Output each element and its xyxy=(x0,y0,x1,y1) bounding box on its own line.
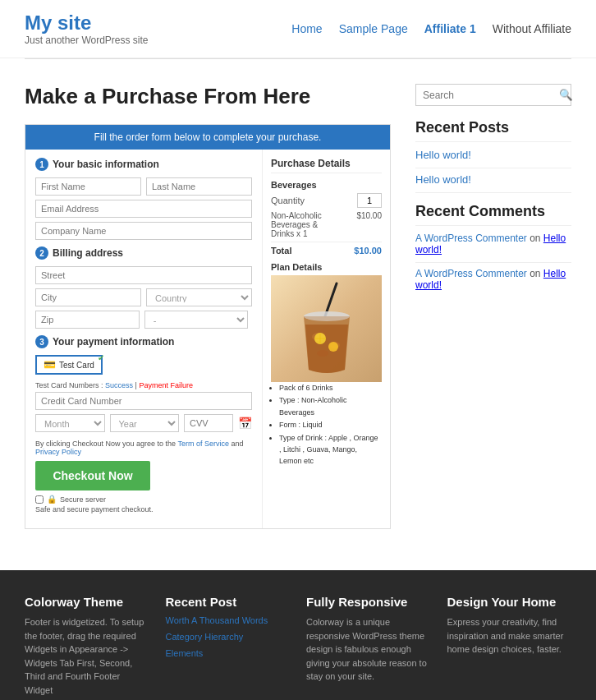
month-select[interactable]: Month xyxy=(35,414,105,432)
total-label: Total xyxy=(271,246,291,256)
checkout-body: 1 Your basic information xyxy=(25,150,390,528)
drink-image xyxy=(271,275,382,382)
footer-link-1[interactable]: Worth A Thousand Words xyxy=(166,615,291,625)
footer-link-2[interactable]: Category Hierarchy xyxy=(166,632,291,642)
footer-col-4: Design Your Home Express your creativity… xyxy=(447,595,572,697)
plan-list-item: Pack of 6 Drinks xyxy=(279,382,382,394)
terms-prefix: By clicking Checkout Now you agree to th… xyxy=(35,440,176,448)
search-input[interactable] xyxy=(416,85,552,105)
header: My site Just another WordPress site Home… xyxy=(0,0,596,58)
email-row xyxy=(35,200,252,218)
cc-number-input[interactable] xyxy=(35,392,252,410)
section2-num: 2 xyxy=(35,246,48,260)
first-name-input[interactable] xyxy=(35,177,141,196)
checkout-now-button[interactable]: Checkout Now xyxy=(35,461,150,490)
email-input[interactable] xyxy=(35,200,252,218)
site-tagline: Just another WordPress site xyxy=(25,35,149,46)
privacy-link[interactable]: Privacy Policy xyxy=(35,448,81,456)
terms-link[interactable]: Term of Service xyxy=(177,440,229,448)
check-icon: ✔ xyxy=(98,353,104,362)
beverage-label: Beverages xyxy=(271,180,382,190)
terms-and: and xyxy=(231,440,243,448)
footer-col2-title: Recent Post xyxy=(166,595,291,609)
divider-3 xyxy=(415,262,571,263)
failure-link[interactable]: Payment Failure xyxy=(139,381,193,389)
footer-col3-title: Fully Responsive xyxy=(306,595,431,609)
plan-list-item: Type of Drink : Apple , Orange , Litchi … xyxy=(279,432,382,467)
footer: Colorway Theme Footer is widgetized. To … xyxy=(0,570,596,700)
footer-col-2: Recent Post Worth A Thousand Words Categ… xyxy=(166,595,291,697)
terms-text: By clicking Checkout Now you agree to th… xyxy=(35,440,252,456)
cc-row xyxy=(35,392,252,410)
test-card-label: Test Card Numbers : xyxy=(35,381,103,389)
comment-text-1: on xyxy=(530,233,543,244)
comment-2: A WordPress Commenter on Hello world! xyxy=(415,268,571,291)
footer-col-3: Fully Responsive Colorway is a unique re… xyxy=(306,595,431,697)
city-country-row: Country xyxy=(35,288,252,306)
total-row: Total $10.00 xyxy=(271,242,382,256)
qty-input[interactable] xyxy=(357,193,382,208)
payment-section: 💳 Test Card ✔ Test Card Numbers : Succes… xyxy=(35,355,252,432)
last-name-input[interactable] xyxy=(146,177,252,196)
nav-sample-page[interactable]: Sample Page xyxy=(339,22,408,35)
recent-post-2[interactable]: Hello world! xyxy=(415,173,571,186)
section3-title: Your payment information xyxy=(53,336,174,348)
footer-grid: Colorway Theme Footer is widgetized. To … xyxy=(25,595,571,697)
commenter-1: A WordPress Commenter xyxy=(415,233,527,244)
test-card-button[interactable]: 💳 Test Card ✔ xyxy=(35,355,103,375)
street-input[interactable] xyxy=(35,266,252,284)
divider-1 xyxy=(415,168,571,168)
state-select[interactable]: - xyxy=(144,311,249,329)
site-title: My site xyxy=(25,12,149,35)
item-price: $10.00 xyxy=(356,211,382,238)
safe-text: Safe and secure payment checkout. xyxy=(35,505,252,513)
item-row: Non-Alcoholic Beverages & Drinks x 1 $10… xyxy=(271,211,382,238)
checkout-header-bar: Fill the order form below to complete yo… xyxy=(25,125,390,150)
footer-col1-text: Footer is widgetized. To setup the foote… xyxy=(25,615,149,697)
recent-comments-title: Recent Comments xyxy=(415,203,571,226)
details-section: Purchase Details Beverages Quantity Non-… xyxy=(263,150,390,528)
success-link[interactable]: Success xyxy=(105,381,133,389)
checkout-box: Fill the order form below to complete yo… xyxy=(25,124,391,529)
svg-point-7 xyxy=(328,342,338,352)
recent-posts-title: Recent Posts xyxy=(415,119,571,142)
year-select[interactable]: Year xyxy=(110,414,180,432)
nav-affiliate1[interactable]: Affiliate 1 xyxy=(424,22,476,35)
country-select[interactable]: Country xyxy=(146,288,252,306)
test-card-info: Test Card Numbers : Success | Payment Fa… xyxy=(35,381,252,389)
cvv-input[interactable] xyxy=(184,414,233,432)
secure-checkbox[interactable] xyxy=(35,495,44,504)
recent-post-1[interactable]: Hello world! xyxy=(415,149,571,161)
commenter-2: A WordPress Commenter xyxy=(415,268,527,279)
calendar-icon: 📅 xyxy=(238,414,252,432)
city-input[interactable] xyxy=(35,288,141,306)
site-branding: My site Just another WordPress site xyxy=(25,12,149,46)
main-container: Make a Purchase From Here Fill the order… xyxy=(0,59,596,554)
svg-line-0 xyxy=(325,283,337,316)
form-section: 1 Your basic information xyxy=(25,150,263,528)
footer-col1-title: Colorway Theme xyxy=(25,595,149,609)
content-area: Make a Purchase From Here Fill the order… xyxy=(25,84,391,529)
secure-server-text: Secure server xyxy=(60,495,106,504)
purchase-details-title: Purchase Details xyxy=(271,158,382,173)
nav-home[interactable]: Home xyxy=(291,22,322,35)
footer-col4-title: Design Your Home xyxy=(447,595,572,609)
search-button[interactable]: 🔍 xyxy=(552,85,580,105)
section2-label: 2 Billing address xyxy=(35,246,252,260)
footer-col-1: Colorway Theme Footer is widgetized. To … xyxy=(25,595,149,697)
zip-input[interactable] xyxy=(35,311,140,329)
divider-2 xyxy=(415,192,571,193)
section3-num: 3 xyxy=(35,335,48,348)
lock-icon: 🔒 xyxy=(47,495,57,504)
svg-point-5 xyxy=(304,311,350,321)
plan-list: Pack of 6 DrinksType : Non-Alcoholic Bev… xyxy=(271,382,382,467)
nav-without-affiliate[interactable]: Without Affiliate xyxy=(493,22,571,35)
company-input[interactable] xyxy=(35,222,252,240)
footer-link-3[interactable]: Elements xyxy=(166,648,291,658)
company-row xyxy=(35,222,252,240)
quantity-row: Quantity xyxy=(271,193,382,208)
card-details-row: Month Year 📅 xyxy=(35,414,252,432)
checkout-btn-area: By clicking Checkout Now you agree to th… xyxy=(35,436,252,520)
section1-title: Your basic information xyxy=(53,159,159,170)
section2-title: Billing address xyxy=(53,247,123,259)
